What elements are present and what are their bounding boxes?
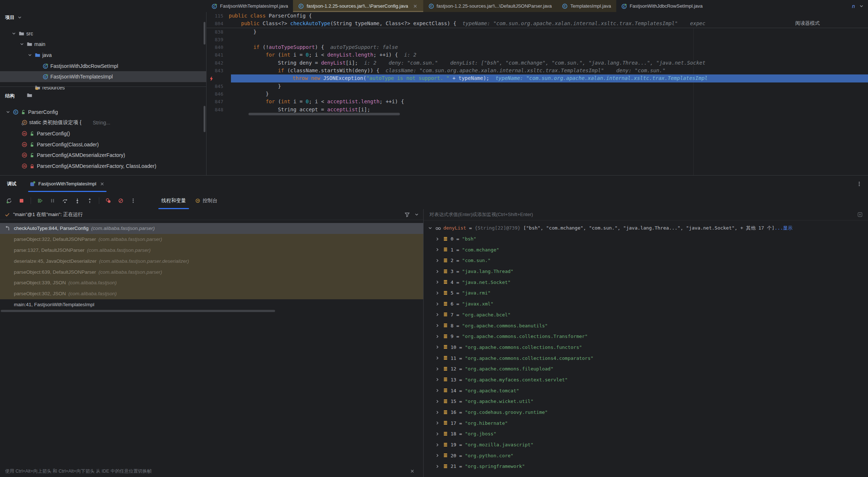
filter-icon[interactable] [404, 212, 410, 218]
chevron-right-icon[interactable] [435, 388, 440, 393]
step-over-button[interactable] [59, 196, 70, 205]
code-line-842[interactable]: 842 String deny = denyList[i]; i: 2 deny… [207, 59, 868, 67]
code-editor[interactable]: 115public class ParserConfig {804 public… [207, 12, 868, 175]
stop-button[interactable] [16, 196, 27, 205]
resume-button[interactable] [35, 196, 46, 205]
show-more-link[interactable]: ...显示 [775, 225, 792, 231]
sidebar-item-src[interactable]: src [0, 28, 206, 39]
mute-breakpoints-button[interactable] [115, 196, 126, 205]
array-element-15[interactable]: 15 = "org.apache.wicket.util" [424, 396, 868, 407]
add-watch-icon[interactable] [857, 212, 863, 218]
array-element-4[interactable]: 4 = "java.net.Socket" [424, 277, 868, 288]
execution-line[interactable]: throw new JSONException("autoType is not… [207, 74, 868, 82]
code-line-840[interactable]: 840 if (!autoTypeSupport) { autoTypeSupp… [207, 43, 868, 51]
stack-frame-5[interactable]: parseObject:339, JSON(com.alibaba.fastjs… [0, 277, 423, 288]
structure-item-0[interactable]: CParserConfig [0, 107, 206, 118]
structure-panel-header[interactable]: 结构 [0, 91, 206, 101]
chevron-right-icon[interactable] [435, 420, 440, 426]
chevron-right-icon[interactable] [435, 453, 440, 458]
chevron-down-icon[interactable] [5, 109, 11, 115]
line-number[interactable]: 840 [207, 43, 229, 51]
array-element-13[interactable]: 13 = "org.apache.myfaces.context.servlet… [424, 374, 868, 385]
code-line-846[interactable]: 846 } [207, 90, 868, 98]
code-line-843[interactable]: 843 if (className.startsWith(deny)) { cl… [207, 67, 868, 74]
line-number[interactable]: 846 [207, 90, 229, 98]
array-element-1[interactable]: 1 = "com.mchange" [424, 244, 868, 255]
stack-frame-3[interactable]: deserialze:45, JavaObjectDeserializer(co… [0, 255, 423, 266]
structure-scrollbar[interactable] [204, 106, 205, 132]
close-icon[interactable] [412, 3, 418, 9]
editor-tab-0[interactable]: CFastjsonWithTemplatesImpl.java [207, 0, 293, 12]
line-number[interactable]: 838 [207, 28, 229, 36]
chevron-right-icon[interactable] [435, 431, 440, 437]
tab-console[interactable]: 控制台 [190, 192, 222, 209]
chevron-right-icon[interactable] [435, 312, 440, 318]
structure-item-2[interactable]: mParserConfig() [0, 128, 206, 139]
more-button[interactable] [128, 196, 139, 205]
stack-frame-2[interactable]: parse:1327, DefaultJSONParser(com.alibab… [0, 245, 423, 256]
code-line-845[interactable]: 845 } [207, 82, 868, 90]
project-view-chevron-icon[interactable] [17, 15, 23, 20]
array-element-12[interactable]: 12 = "org.apache.commons.fileupload" [424, 363, 868, 374]
variable-row-denylist[interactable]: denyList = {String[22]@739} ["bsh", "com… [424, 223, 868, 234]
line-number[interactable]: 839 [207, 36, 229, 43]
line-number[interactable]: 848 [207, 106, 229, 114]
chevron-down-icon[interactable] [19, 41, 25, 47]
structure-item-3[interactable]: mParserConfig(ClassLoader) [0, 139, 206, 150]
array-element-20[interactable]: 20 = "org.python.core" [424, 450, 868, 461]
line-number[interactable]: 804 [207, 20, 229, 27]
rerun-button[interactable] [4, 196, 15, 205]
chevron-down-icon[interactable] [27, 52, 33, 58]
editor-horizontal-scrollbar[interactable] [248, 113, 400, 115]
exception-breakpoint-icon[interactable] [207, 74, 231, 82]
array-element-11[interactable]: 11 = "org.apache.commons.collections4.co… [424, 353, 868, 363]
editor-tab-3[interactable]: CTemplatesImpl.java [557, 0, 616, 12]
editor-tab-2[interactable]: Cfastjson-1.2.25-sources.jar!\...\Defaul… [423, 0, 557, 12]
chevron-right-icon[interactable] [435, 269, 440, 274]
line-number[interactable]: 843 [207, 67, 229, 74]
view-breakpoints-button[interactable] [103, 196, 114, 205]
evaluate-expression-input[interactable]: 对表达式求值(Enter)或添加监视(Ctrl+Shift+Enter) [424, 209, 868, 220]
stack-frame-0[interactable]: checkAutoType:844, ParserConfig(com.alib… [0, 223, 423, 234]
line-number[interactable]: 845 [207, 82, 229, 90]
tab-threads-variables[interactable]: 线程和变量 [157, 192, 190, 209]
chevron-right-icon[interactable] [435, 247, 440, 253]
code-line-848[interactable]: 848 String accept = acceptList[i]; [207, 106, 868, 114]
frames-horizontal-scrollbar[interactable] [1, 310, 275, 312]
array-element-14[interactable]: 14 = "org.apache.tomcat" [424, 385, 868, 396]
chevron-right-icon[interactable] [435, 366, 440, 372]
chevron-right-icon[interactable] [435, 334, 440, 339]
editor-tab-4[interactable]: CFastjsonWithJdbcRowSetImpl.java [616, 0, 708, 12]
project-panel-header[interactable]: 项目 [0, 12, 206, 23]
chevron-right-icon[interactable] [435, 236, 440, 242]
chevron-right-icon[interactable] [435, 409, 440, 415]
sidebar-item-fastjsonwithjdbcrowsetimpl[interactable]: CFastjsonWithJdbcRowSetImpl [0, 61, 206, 72]
sidebar-item-main[interactable]: main [0, 39, 206, 50]
array-element-0[interactable]: 0 = "bsh" [424, 234, 868, 245]
code-line-838[interactable]: 838 } [207, 28, 868, 36]
chevron-right-icon[interactable] [435, 258, 440, 263]
step-out-button[interactable] [84, 196, 95, 205]
chevron-right-icon[interactable] [435, 442, 440, 448]
stack-frame-7[interactable]: main:41, FastjsonWithTemplatesImpl [0, 299, 423, 310]
stack-frame-1[interactable]: parseObject:322, DefaultJSONParser(com.a… [0, 234, 423, 245]
array-element-19[interactable]: 19 = "org.mozilla.javascript" [424, 439, 868, 450]
array-element-21[interactable]: 21 = "org.springframework" [424, 461, 868, 472]
code-line-847[interactable]: 847 for (int i = 0; i < acceptList.lengt… [207, 98, 868, 105]
thread-dropdown-chevron-icon[interactable] [414, 212, 420, 218]
array-element-2[interactable]: 2 = "com.sun." [424, 255, 868, 266]
editor-tab-1[interactable]: Cfastjson-1.2.25-sources.jar!\...\Parser… [293, 0, 423, 12]
structure-item-1[interactable]: static 类初始值设定项 {String... [0, 118, 206, 128]
stack-frame-6[interactable]: parseObject:302, JSON(com.alibaba.fastjs… [0, 288, 423, 299]
sidebar-item-java[interactable]: java [0, 50, 206, 61]
array-element-5[interactable]: 5 = "java.rmi" [424, 288, 868, 299]
close-icon[interactable] [409, 468, 415, 474]
code-line-804[interactable]: 804 public Class<?> checkAutoType(String… [207, 20, 868, 27]
sidebar-item-fastjsonwithtemplatesimpl[interactable]: CFastjsonWithTemplatesImpl [0, 71, 206, 82]
chevron-down-icon[interactable] [11, 31, 17, 36]
structure-item-4[interactable]: mParserConfig(ASMDeserializerFactory) [0, 150, 206, 161]
debug-session-tab[interactable]: FastjsonWithTemplatesImpl [26, 176, 109, 192]
array-element-3[interactable]: 3 = "java.lang.Thread" [424, 266, 868, 277]
array-element-18[interactable]: 18 = "org.jboss" [424, 428, 868, 439]
array-element-7[interactable]: 7 = "org.apache.bcel" [424, 309, 868, 320]
